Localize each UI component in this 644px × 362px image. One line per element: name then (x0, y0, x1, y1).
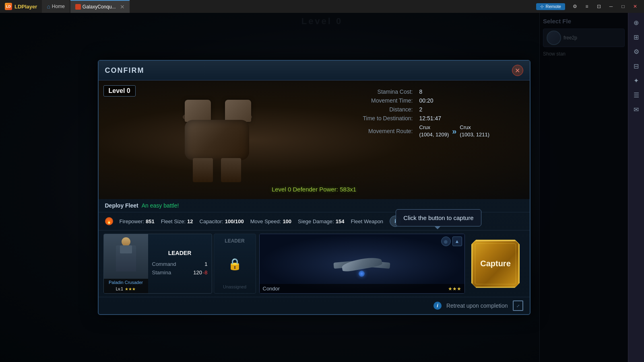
route-from-location: Crux (1004, 1209) (419, 124, 449, 138)
sidebar-icon-4[interactable]: ⊟ (630, 60, 643, 72)
route-detail: Crux (1004, 1209) » Crux (1003, 1211) (419, 124, 490, 138)
movement-time-row: Movement Time: 00:20 (345, 97, 514, 104)
dialog-footer: i Retreat upon completion ⤢ (99, 297, 530, 314)
command-stat: Command 1 (152, 261, 208, 267)
battle-background: Level 0 Stamina Cost: 8 Movement Time: 0… (99, 80, 530, 199)
dialog-header: CONFIRM ✕ (99, 61, 530, 80)
route-to-name: Crux (460, 124, 489, 131)
siege-damage-stat: Siege Damage: 154 (298, 218, 344, 224)
route-to-coords: (1003, 1211) (460, 131, 489, 138)
condor-ship (334, 248, 390, 280)
fleet-weapon-label: Fleet Weapon (351, 218, 383, 224)
time-to-dest-label: Time to Destination: (345, 115, 413, 121)
figure-collar (120, 245, 132, 253)
lock-leader-title: LEADER (225, 238, 244, 244)
capture-button-area: Capture (466, 234, 525, 294)
tab-home[interactable]: ⌂ Home (42, 0, 69, 13)
app-name: LDPlayer (14, 4, 37, 10)
dialog-title: CONFIRM (105, 66, 144, 75)
fleet-weapon-button[interactable]: ℹ (390, 216, 401, 227)
close-button[interactable]: ✕ (630, 2, 641, 11)
lock-icon: 🔒 (228, 257, 242, 271)
titlebar-controls: ⊹ Remote ⚙ ≡ ⊡ ─ □ ✕ (536, 2, 644, 11)
titlebar: LD LDPlayer ⌂ Home GalaxyConqu... ✕ ⊹ Re… (0, 0, 644, 13)
minimize-button[interactable]: ─ (605, 2, 617, 11)
leader-card-1: Paladin Crusader Lv.1 ★★★ LEADER Command… (103, 234, 212, 294)
leader-stars: ★★★ (125, 287, 136, 291)
right-sidebar: ⊕ ⊞ ⚙ ⊟ ✦ ☰ ✉ (628, 13, 644, 362)
settings-icon[interactable]: ⚙ (569, 2, 580, 11)
command-label: Command (152, 261, 176, 267)
ld-icon: LD (5, 3, 12, 10)
capacitor-value: 100/100 (225, 218, 244, 224)
confirm-dialog: CONFIRM ✕ Lev (98, 60, 530, 315)
sidebar-icon-3[interactable]: ⚙ (630, 45, 643, 58)
fleet-size-stat: Fleet Size: 12 (161, 218, 193, 224)
fleet-size-label: Fleet Size: (161, 218, 186, 224)
ship-name: Condor (263, 286, 280, 292)
time-to-dest-row: Time to Destination: 12:51:47 (345, 115, 514, 121)
stamina-cost-row: Stamina Cost: 8 (345, 88, 514, 95)
maximize-button[interactable]: □ (617, 2, 629, 11)
fullscreen-icon[interactable]: ⤢ (513, 300, 523, 311)
stats-panel: Stamina Cost: 8 Movement Time: 00:20 Dis… (345, 88, 514, 141)
tab-game[interactable]: GalaxyConqu... ✕ (70, 0, 130, 13)
corner-tl (470, 238, 475, 243)
app-logo: LD LDPlayer (0, 3, 42, 10)
mech-leg-right (221, 158, 241, 182)
movement-route-row: Movement Route: Crux (1004, 1209) » Crux… (345, 124, 514, 138)
capacitor-stat: Capacitor: 100/100 (200, 218, 244, 224)
corner-br (516, 284, 521, 289)
modal-overlay: CONFIRM ✕ Lev (0, 13, 628, 362)
deploy-label: Deploy Fleet (105, 202, 138, 209)
fleet-cards: Paladin Crusader Lv.1 ★★★ LEADER Command… (99, 230, 530, 297)
game-tab-icon (75, 4, 81, 10)
lock-unassigned-label: Unassigned (223, 284, 246, 289)
stamina-value: 120 (193, 269, 202, 276)
move-speed-label: Move Speed: (250, 218, 281, 224)
deploy-fleet-bar: Deploy Fleet An easy battle! (99, 199, 530, 212)
remote-button[interactable]: ⊹ Remote (536, 3, 565, 10)
movement-time-label: Movement Time: (345, 97, 413, 104)
lock-card: LEADER 🔒 Unassigned (214, 234, 256, 294)
capture-label: Capture (480, 259, 511, 268)
deploy-sublabel: An easy battle! (142, 202, 179, 209)
mech-area (99, 80, 336, 199)
tab-area: ⌂ Home GalaxyConqu... ✕ (42, 0, 289, 13)
ship-name-bar: Condor ★★★ (260, 284, 464, 293)
mech-body (185, 120, 249, 160)
tab-game-label: GalaxyConqu... (83, 4, 116, 10)
dialog-close-button[interactable]: ✕ (512, 65, 523, 76)
capture-button[interactable]: Capture (471, 240, 520, 288)
mech-head-left (185, 100, 211, 122)
window-icon[interactable]: ⊡ (593, 2, 605, 11)
sidebar-icon-6[interactable]: ☰ (630, 88, 643, 101)
stamina-stat: Stamina 120 -8 (152, 269, 208, 276)
tab-close-icon[interactable]: ✕ (120, 4, 125, 10)
ship-card: ◎ ▲ Condor ★★★ (259, 234, 465, 294)
move-speed-value: 100 (283, 218, 291, 224)
sidebar-icon-2[interactable]: ⊞ (630, 31, 643, 43)
mech-leg-left (193, 158, 213, 182)
firepower-value: 851 (146, 218, 155, 224)
movement-route-label: Movement Route: (345, 128, 413, 134)
stamina-label: Stamina (152, 269, 171, 276)
menu-icon[interactable]: ≡ (581, 2, 592, 11)
remote-icon: ⊹ (540, 4, 544, 9)
sidebar-icon-5[interactable]: ✦ (630, 74, 643, 87)
firepower-label: Firepower: (120, 218, 144, 224)
sidebar-icon-1[interactable]: ⊕ (630, 16, 643, 29)
leader-portrait: Paladin Crusader Lv.1 ★★★ (104, 234, 148, 293)
sidebar-icon-7[interactable]: ✉ (630, 103, 643, 116)
leader-name: Paladin Crusader (105, 280, 147, 285)
leader-title-1: LEADER (152, 250, 208, 256)
route-to-location: Crux (1003, 1211) (460, 124, 489, 138)
firepower-stat: Firepower: 851 (120, 218, 155, 224)
route-from-name: Crux (419, 124, 449, 131)
mech-head-right (225, 100, 251, 122)
tooltip-text: Click the button to capture (403, 214, 473, 221)
leader-info: LEADER Command 1 Stamina 120 -8 (148, 234, 212, 293)
capacitor-label: Capacitor: (200, 218, 223, 224)
defender-power-label: Level 0 Defender Power: 583x1 (272, 186, 356, 193)
distance-value: 2 (419, 106, 423, 113)
